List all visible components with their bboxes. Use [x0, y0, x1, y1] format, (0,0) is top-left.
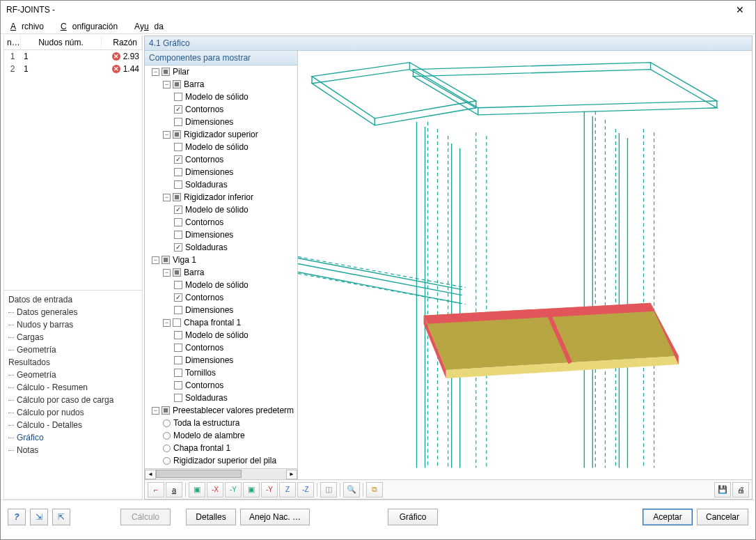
radio[interactable]: [163, 457, 171, 465]
menu-file[interactable]: Archivo: [5, 20, 55, 33]
checkbox[interactable]: [174, 281, 182, 289]
ok-button[interactable]: Aceptar: [643, 509, 693, 525]
checkbox[interactable]: [174, 293, 182, 302]
nav-item[interactable]: Cálculo - Resumen: [8, 381, 138, 394]
radio[interactable]: [163, 419, 171, 427]
checkbox[interactable]: [173, 268, 181, 277]
checkbox[interactable]: [174, 93, 182, 101]
export-button[interactable]: ⇲: [30, 509, 48, 525]
nav-header-input: Datos de entrada: [8, 293, 138, 306]
checkbox[interactable]: [174, 105, 182, 114]
scroll-right-icon[interactable]: ►: [286, 470, 297, 479]
import-button[interactable]: ⇱: [52, 509, 70, 525]
checkbox[interactable]: [173, 318, 181, 327]
annex-button[interactable]: Anejo Nac. …: [240, 509, 310, 525]
left-column: n… Nudos núm. Razón 1 1 ✕2.93 2 1 ✕1.44 …: [3, 36, 143, 500]
nav-item-selected[interactable]: Gráfico: [8, 431, 138, 444]
collapse-icon[interactable]: −: [163, 131, 171, 139]
tree-title: Componentes para mostrar: [145, 51, 297, 65]
checkbox[interactable]: [174, 155, 182, 164]
checkbox[interactable]: [173, 130, 181, 139]
collapse-icon[interactable]: −: [163, 194, 171, 201]
radio[interactable]: [163, 445, 171, 452]
nav-item[interactable]: Geometría: [8, 344, 138, 356]
checkbox[interactable]: [174, 356, 182, 364]
checkbox[interactable]: [162, 406, 170, 415]
title-bar: RF-JOINTS - ✕: [1, 1, 755, 19]
pick-button[interactable]: ⧉: [366, 482, 383, 497]
text-button[interactable]: a: [166, 482, 182, 497]
checkbox[interactable]: [174, 168, 182, 176]
bottom-bar: ? ⇲ ⇱ Cálculo Detalles Anejo Nac. … Gráf…: [1, 500, 755, 533]
view-iso-button[interactable]: ▣: [189, 482, 205, 497]
collapse-icon[interactable]: −: [152, 68, 159, 76]
nav-item[interactable]: Cálculo por caso de carga: [8, 394, 138, 406]
table-row[interactable]: 2 1 ✕1.44: [4, 63, 142, 75]
save-button[interactable]: 💾: [714, 482, 731, 497]
nav-header-results: Resultados: [8, 356, 138, 369]
table-row[interactable]: 1 1 ✕2.93: [4, 50, 142, 63]
view-yz-button[interactable]: -Y: [261, 482, 278, 497]
collapse-icon[interactable]: −: [152, 256, 159, 264]
checkbox[interactable]: [174, 394, 182, 402]
nav-item[interactable]: Datos generales: [8, 306, 138, 318]
nav-item[interactable]: Nudos y barras: [8, 318, 138, 331]
checkbox[interactable]: [174, 369, 182, 377]
checkbox[interactable]: [174, 231, 182, 239]
checkbox[interactable]: [174, 344, 182, 352]
scrollbar-horizontal[interactable]: ◄ ►: [145, 468, 297, 479]
axes-button[interactable]: ⌐: [148, 482, 164, 497]
grid-header: n… Nudos núm. Razón: [4, 36, 142, 50]
col-ratio[interactable]: Razón: [102, 36, 142, 49]
col-n[interactable]: n…: [4, 36, 21, 49]
checkbox[interactable]: [174, 243, 182, 252]
viewport-3d[interactable]: [298, 51, 752, 479]
view-z2-button[interactable]: -Z: [297, 482, 314, 497]
window-title: RF-JOINTS -: [6, 5, 55, 15]
view-z-button[interactable]: Z: [279, 482, 296, 497]
col-nodes[interactable]: Nudos núm.: [21, 36, 102, 49]
checkbox[interactable]: [174, 306, 182, 314]
checkbox[interactable]: [173, 80, 181, 88]
checkbox[interactable]: [174, 218, 182, 226]
zoom-button[interactable]: 🔍: [343, 482, 360, 497]
radio[interactable]: [163, 432, 171, 440]
cancel-button[interactable]: Cancelar: [697, 509, 748, 525]
component-tree-panel: Componentes para mostrar −Pilar −Barra M…: [145, 51, 298, 479]
checkbox[interactable]: [174, 331, 182, 339]
collapse-icon[interactable]: −: [163, 269, 171, 277]
details-button[interactable]: Detalles: [186, 509, 236, 525]
component-tree[interactable]: −Pilar −Barra Modelo de sólido Contornos…: [145, 65, 297, 468]
menu-bar: Archivo Configuración Ayuda: [1, 19, 755, 34]
help-button[interactable]: ?: [8, 509, 26, 525]
checkbox[interactable]: [162, 68, 170, 76]
checkbox[interactable]: [174, 118, 182, 126]
calc-button[interactable]: Cálculo: [120, 509, 171, 525]
menu-config[interactable]: Configuración: [55, 20, 129, 33]
nav-item[interactable]: Cálculo - Detalles: [8, 419, 138, 431]
checkbox[interactable]: [162, 256, 170, 264]
scroll-left-icon[interactable]: ◄: [145, 470, 156, 479]
view-x-button[interactable]: -X: [207, 482, 223, 497]
close-icon[interactable]: ✕: [730, 4, 750, 15]
nav-item[interactable]: Notas: [8, 444, 138, 456]
graphic-button[interactable]: Gráfico: [388, 509, 438, 525]
collapse-icon[interactable]: −: [163, 319, 171, 327]
checkbox[interactable]: [174, 206, 182, 214]
viewport-toolbar: ⌐ a ▣ -X -Y ▣ -Y Z -Z ◫ 🔍 ⧉ 💾 🖨: [145, 479, 752, 499]
checkbox[interactable]: [174, 143, 182, 151]
box-button[interactable]: ◫: [320, 482, 337, 497]
checkbox[interactable]: [174, 381, 182, 389]
menu-help[interactable]: Ayuda: [129, 20, 175, 33]
nav-item[interactable]: Cargas: [8, 331, 138, 344]
view-xy-button[interactable]: ▣: [243, 482, 260, 497]
nav-item[interactable]: Geometría: [8, 369, 138, 381]
checkbox[interactable]: [174, 180, 182, 189]
view-y-button[interactable]: -Y: [225, 482, 242, 497]
nav-item[interactable]: Cálculo por nudos: [8, 406, 138, 419]
scroll-thumb[interactable]: [156, 470, 242, 478]
print-button[interactable]: 🖨: [732, 482, 749, 497]
checkbox[interactable]: [173, 193, 181, 201]
collapse-icon[interactable]: −: [163, 81, 171, 88]
collapse-icon[interactable]: −: [152, 407, 159, 415]
